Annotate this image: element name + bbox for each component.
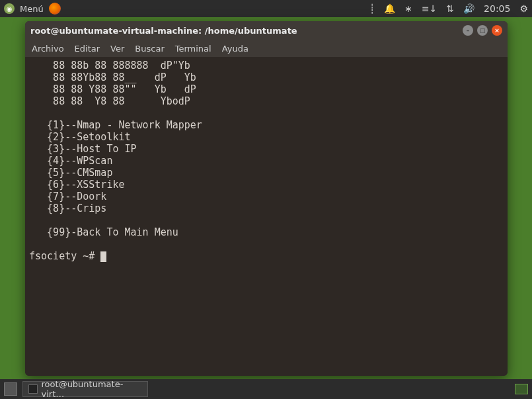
menu-item: {2}--Setoolkit [29,131,131,143]
terminal-icon [28,384,38,394]
menu-item: {5}--CMSmap [29,167,112,179]
clock[interactable]: 20:05 [484,3,510,14]
titlebar[interactable]: root@ubuntumate-virtual-machine: /home/u… [25,21,508,40]
menu-item: {4}--WPScan [29,155,112,167]
workspace-switcher[interactable] [515,384,528,394]
settings-icon[interactable]: ⚙ [519,3,528,14]
menu-item: {8}--Crips [29,202,106,214]
bottom-panel: root@ubuntumate-virt… [0,379,532,399]
menu-item: {1}--Nmap - Network Mapper [29,119,202,131]
volume-icon[interactable]: 🔊 [463,3,475,14]
menu-search[interactable]: Buscar [135,44,164,54]
prompt: fsociety ~# [29,250,100,262]
menu-file[interactable]: Archivo [32,44,64,54]
bluetooth-icon[interactable]: ∗ [404,3,412,14]
taskbar-item-terminal[interactable]: root@ubuntumate-virt… [22,381,148,397]
top-panel: ◉ Menú ┊ 🔔 ∗ ≡↓ ⇅ 🔊 20:05 ⚙ [0,0,532,17]
taskbar-label: root@ubuntumate-virt… [42,379,142,399]
menu-help[interactable]: Ayuda [222,44,248,54]
menu-item: {7}--Doork [29,191,106,202]
show-desktop-button[interactable] [4,382,17,396]
mate-menu-icon[interactable]: ◉ [4,3,15,14]
window-title: root@ubuntumate-virtual-machine: /home/u… [30,26,297,36]
maximize-button[interactable]: □ [477,25,488,36]
menu-view[interactable]: Ver [110,44,124,54]
ascii-line: 88 88 Y8 88 YbodP [29,95,190,107]
network-icon[interactable]: ⇅ [446,3,454,14]
separator-icon: ┊ [369,3,375,14]
menu-label[interactable]: Menú [20,4,44,14]
menu-item: {3}--Host To IP [29,143,137,155]
firefox-icon[interactable] [49,3,61,15]
terminal-output[interactable]: 88 88b 88 888888 dP"Yb 88 88Yb88 88__ dP… [25,57,508,376]
ascii-line: 88 88Yb88 88__ dP Yb [29,71,196,83]
terminal-window: root@ubuntumate-virtual-machine: /home/u… [25,21,508,376]
notification-icon[interactable]: 🔔 [384,3,395,14]
menu-item: {6}--XSStrike [29,179,125,191]
menu-back: {99}-Back To Main Menu [29,226,178,238]
close-button[interactable]: × [492,25,502,36]
indicator-icon[interactable]: ≡↓ [422,3,437,14]
menu-terminal[interactable]: Terminal [175,44,211,54]
ascii-line: 88 88b 88 888888 dP"Yb [29,60,190,71]
menubar: Archivo Editar Ver Buscar Terminal Ayuda [25,40,508,57]
desktop: root@ubuntumate-virtual-machine: /home/u… [0,17,532,379]
minimize-button[interactable]: – [463,25,473,36]
menu-edit[interactable]: Editar [75,44,100,54]
ascii-line: 88 88 Y88 88"" Yb dP [29,83,196,95]
cursor [100,251,106,262]
